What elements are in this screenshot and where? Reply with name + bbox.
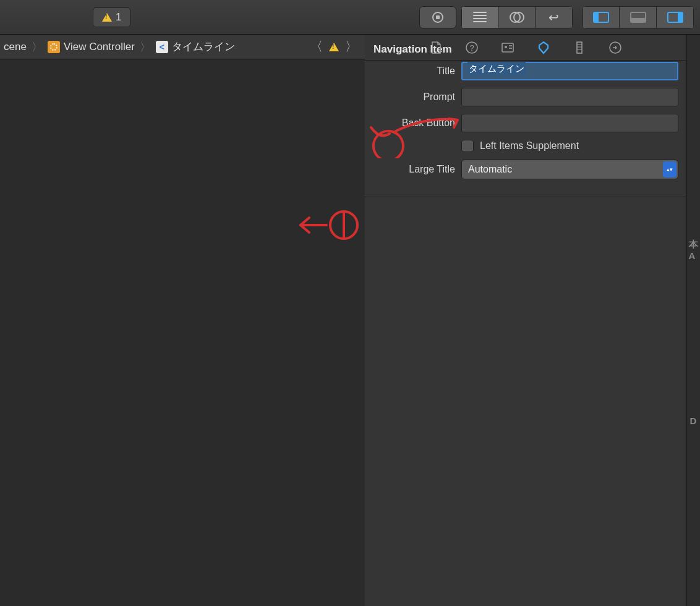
warning-count: 1: [116, 11, 121, 23]
attributes-inspector-tab[interactable]: [536, 40, 551, 55]
jump-bar-item[interactable]: < タイムライン: [155, 38, 236, 55]
svg-rect-6: [577, 42, 582, 53]
identity-inspector-tab[interactable]: [500, 40, 515, 55]
left-panel-icon: [593, 12, 609, 23]
inspector-panel: ? Navigation Item Title タイムライン Prompt: [365, 35, 686, 606]
version-editor-button[interactable]: ↩︎: [536, 6, 573, 28]
focus-icon: [432, 12, 443, 23]
right-panel-icon: [667, 12, 683, 23]
issues-indicator[interactable]: 1: [93, 7, 130, 27]
standard-editor-button[interactable]: [461, 6, 498, 28]
back-item-icon: <: [156, 41, 168, 53]
back-button-field[interactable]: [461, 114, 678, 132]
jump-bar-scene-label: cene: [4, 41, 27, 53]
chevron-right-icon: 〉: [140, 40, 151, 54]
svg-text:?: ?: [469, 43, 474, 53]
prompt-field[interactable]: [461, 88, 678, 106]
panel-toggle-group: [583, 6, 694, 28]
prompt-label: Prompt: [372, 92, 461, 103]
large-title-select[interactable]: Automatic ▴▾: [461, 160, 678, 179]
toggle-debug-button[interactable]: [620, 6, 657, 28]
chevron-right-icon: 〉: [32, 40, 43, 54]
inspector-tabs: ?: [365, 35, 686, 61]
lines-icon: [473, 12, 487, 22]
warning-icon: [329, 43, 339, 51]
help-inspector-tab[interactable]: ?: [464, 40, 479, 55]
left-items-label: Left Items Supplement: [480, 140, 579, 152]
view-controller-icon: [48, 41, 60, 53]
focus-button[interactable]: [419, 6, 456, 28]
toolbar: 1 ↩︎: [0, 0, 700, 35]
toggle-navigator-button[interactable]: [583, 6, 620, 28]
jump-bar-scene[interactable]: cene: [2, 40, 28, 54]
title-field[interactable]: タイムライン: [461, 62, 678, 80]
right-sliver: 本A D: [686, 35, 700, 606]
venn-icon: [510, 12, 524, 23]
stepper-icon: ▴▾: [663, 161, 677, 177]
assistant-editor-button[interactable]: [498, 6, 536, 28]
size-inspector-tab[interactable]: [572, 40, 587, 55]
jump-bar-controller-label: View Controller: [64, 41, 135, 53]
jump-bar: cene 〉 View Controller 〉 < タイムライン 〈 〉: [0, 35, 365, 59]
next-issue-button[interactable]: 〉: [345, 38, 357, 55]
arrows-icon: ↩︎: [548, 10, 559, 25]
inspector-form: Title タイムライン Prompt Back Button Left Ite…: [365, 62, 686, 197]
bottom-panel-icon: [630, 12, 646, 23]
editor-mode-group: ↩︎: [461, 6, 573, 28]
title-label: Title: [372, 66, 461, 77]
large-title-label: Large Title: [372, 164, 461, 175]
toggle-inspector-button[interactable]: [657, 6, 694, 28]
connections-inspector-tab[interactable]: [608, 40, 623, 55]
jump-bar-controller[interactable]: View Controller: [46, 40, 136, 54]
large-title-value: Automatic: [468, 164, 512, 175]
svg-rect-2: [502, 43, 513, 52]
left-items-checkbox[interactable]: [461, 140, 474, 152]
warning-icon: [102, 13, 112, 22]
svg-point-3: [505, 46, 507, 48]
jump-bar-item-label: タイムライン: [172, 40, 235, 54]
prev-issue-button[interactable]: 〈: [310, 38, 323, 55]
file-inspector-tab[interactable]: [429, 40, 443, 55]
back-button-label: Back Button: [372, 117, 461, 129]
